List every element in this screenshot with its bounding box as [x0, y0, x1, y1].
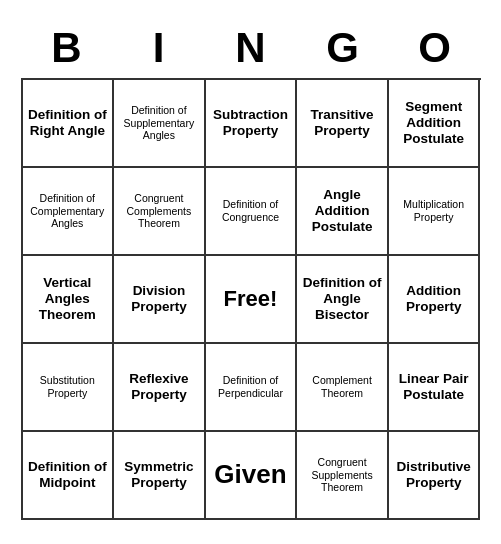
- bingo-letter-n: N: [207, 24, 295, 72]
- bingo-cell-17: Definition of Perpendicular: [206, 344, 298, 432]
- bingo-cell-6: Congruent Complements Theorem: [114, 168, 206, 256]
- cell-text-6: Congruent Complements Theorem: [118, 192, 200, 230]
- bingo-cell-0: Definition of Right Angle: [23, 80, 115, 168]
- bingo-cell-5: Definition of Complementary Angles: [23, 168, 115, 256]
- bingo-cell-12: Free!: [206, 256, 298, 344]
- bingo-cell-8: Angle Addition Postulate: [297, 168, 389, 256]
- bingo-cell-3: Transitive Property: [297, 80, 389, 168]
- cell-text-15: Substitution Property: [27, 374, 109, 399]
- cell-text-24: Distributive Property: [393, 459, 475, 491]
- cell-text-3: Transitive Property: [301, 107, 383, 139]
- cell-text-0: Definition of Right Angle: [27, 107, 109, 139]
- bingo-cell-2: Subtraction Property: [206, 80, 298, 168]
- cell-text-10: Vertical Angles Theorem: [27, 275, 109, 324]
- bingo-cell-18: Complement Theorem: [297, 344, 389, 432]
- cell-text-7: Definition of Congruence: [210, 198, 292, 223]
- bingo-cell-22: Given: [206, 432, 298, 520]
- bingo-cell-10: Vertical Angles Theorem: [23, 256, 115, 344]
- bingo-cell-19: Linear Pair Postulate: [389, 344, 481, 432]
- cell-text-14: Addition Property: [393, 283, 475, 315]
- bingo-cell-11: Division Property: [114, 256, 206, 344]
- bingo-cell-13: Definition of Angle Bisector: [297, 256, 389, 344]
- cell-text-16: Reflexive Property: [118, 371, 200, 403]
- cell-text-23: Congruent Supplements Theorem: [301, 456, 383, 494]
- bingo-cell-21: Symmetric Property: [114, 432, 206, 520]
- cell-text-12: Free!: [224, 286, 278, 312]
- bingo-cell-20: Definition of Midpoint: [23, 432, 115, 520]
- cell-text-11: Division Property: [118, 283, 200, 315]
- bingo-cell-24: Distributive Property: [389, 432, 481, 520]
- bingo-cell-4: Segment Addition Postulate: [389, 80, 481, 168]
- cell-text-2: Subtraction Property: [210, 107, 292, 139]
- cell-text-19: Linear Pair Postulate: [393, 371, 475, 403]
- bingo-header: BINGO: [21, 24, 481, 72]
- bingo-letter-g: G: [299, 24, 387, 72]
- cell-text-8: Angle Addition Postulate: [301, 187, 383, 236]
- bingo-cell-9: Multiplication Property: [389, 168, 481, 256]
- cell-text-21: Symmetric Property: [118, 459, 200, 491]
- cell-text-13: Definition of Angle Bisector: [301, 275, 383, 324]
- cell-text-1: Definition of Supplementary Angles: [118, 104, 200, 142]
- bingo-cell-7: Definition of Congruence: [206, 168, 298, 256]
- cell-text-17: Definition of Perpendicular: [210, 374, 292, 399]
- cell-text-22: Given: [214, 459, 286, 490]
- bingo-letter-o: O: [391, 24, 479, 72]
- bingo-grid: Definition of Right AngleDefinition of S…: [21, 78, 481, 520]
- bingo-letter-i: I: [115, 24, 203, 72]
- bingo-card: BINGO Definition of Right AngleDefinitio…: [11, 14, 491, 530]
- bingo-cell-1: Definition of Supplementary Angles: [114, 80, 206, 168]
- cell-text-4: Segment Addition Postulate: [393, 99, 475, 148]
- bingo-cell-23: Congruent Supplements Theorem: [297, 432, 389, 520]
- bingo-letter-b: B: [23, 24, 111, 72]
- cell-text-20: Definition of Midpoint: [27, 459, 109, 491]
- bingo-cell-14: Addition Property: [389, 256, 481, 344]
- bingo-cell-15: Substitution Property: [23, 344, 115, 432]
- cell-text-18: Complement Theorem: [301, 374, 383, 399]
- bingo-cell-16: Reflexive Property: [114, 344, 206, 432]
- cell-text-9: Multiplication Property: [393, 198, 475, 223]
- cell-text-5: Definition of Complementary Angles: [27, 192, 109, 230]
